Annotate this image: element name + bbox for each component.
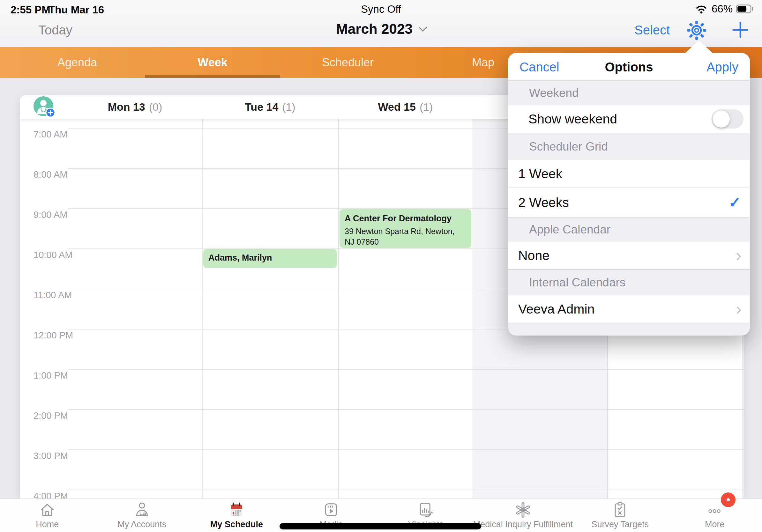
gear-icon[interactable] [687,21,707,40]
sync-status: Sync Off [0,3,762,15]
grid-vline [202,119,203,499]
time-label: 2:00 PM [34,411,81,421]
time-label: 7:00 AM [34,129,81,140]
month-label: March 2023 [336,21,413,37]
accounts-icon [132,501,152,519]
battery-percent: 66% [712,3,733,15]
tabbar-item-medical-inquiry[interactable]: Medical Inquiry Fulfillment [473,499,573,532]
add-attendee-avatar-button[interactable] [33,96,55,118]
wifi-icon [694,3,708,15]
option-2-weeks[interactable]: 2 Weeks ✓ [508,188,750,218]
grid-hline [68,369,743,370]
chevron-down-icon [418,23,427,32]
apply-button[interactable]: Apply [707,53,738,81]
medical-inquiry-icon [513,501,533,519]
grid-hline [68,490,743,490]
event-address: 39 Newton Sparta Rd, Newton, NJ 07860 [344,226,466,247]
top-bar: 2:55 PM Thu Mar 16 Sync Off 66% Today Ma… [0,0,762,47]
more-icon [705,501,724,519]
time-label: 1:00 PM [34,370,81,381]
event-title: A Center For Dermatology [344,213,466,224]
tab-agenda[interactable]: Agenda [10,47,145,78]
calendar-event-adams[interactable]: Adams, Marilyn [203,249,337,268]
show-weekend-toggle[interactable] [712,109,743,129]
tabbar-item-my-schedule[interactable]: My Schedule [189,499,284,532]
day-header-mon[interactable]: Mon 13 (0) [68,95,202,119]
time-label: 8:00 AM [34,169,81,180]
tabbar-item-more[interactable]: More [667,499,762,532]
grid-hline [68,449,743,450]
event-title: Adams, Marilyn [208,252,332,263]
day-header-tue[interactable]: Tue 14 (1) [202,95,338,119]
tabbar-item-home[interactable]: Home [0,499,95,532]
time-label: 4:00 PM [34,491,81,499]
show-weekend-row: Show weekend [508,105,750,133]
media-icon [322,501,341,519]
home-icon [38,501,57,519]
day-header-wed[interactable]: Wed 15 (1) [338,95,473,119]
tabbar-item-survey-targets[interactable]: Survey Targets [573,499,667,532]
tabbar-item-my-accounts[interactable]: My Accounts [95,499,190,532]
option-1-week[interactable]: 1 Week [508,160,750,188]
home-indicator[interactable] [279,523,481,529]
status-right-cluster: 66% [694,3,755,15]
popover-arrow [685,40,713,53]
today-button[interactable]: Today [38,23,72,37]
internal-calendar-row[interactable]: Veeva Admin › [508,295,750,323]
select-button[interactable]: Select [634,23,670,37]
grid-hline [68,409,743,410]
time-label: 11:00 AM [34,290,81,300]
time-label: 9:00 AM [34,210,81,220]
time-label: 10:00 AM [34,250,81,260]
battery-icon [736,4,755,14]
time-label: 12:00 PM [34,330,81,341]
add-activity-button[interactable] [731,21,750,39]
survey-targets-icon [610,501,630,519]
section-header-weekend: Weekend [508,81,750,105]
section-header-scheduler-grid: Scheduler Grid [508,133,750,160]
schedule-icon [227,501,246,519]
month-selector[interactable]: March 2023 [336,21,426,37]
chevron-right-icon: › [736,302,741,316]
calendar-event-dermatology[interactable]: A Center For Dermatology 39 Newton Spart… [340,209,471,248]
show-weekend-label: Show weekend [528,112,617,127]
section-header-internal-calendars: Internal Calendars [508,270,750,295]
time-label: 3:00 PM [34,451,81,461]
section-header-apple-calendar: Apple Calendar [508,218,750,242]
notification-badge [721,493,735,507]
chevron-right-icon: › [736,248,741,262]
grid-vline [338,119,339,499]
tab-week[interactable]: Week [145,47,280,78]
popover-header: Cancel Options Apply [508,53,750,81]
vinsights-icon [417,501,435,519]
active-tab-underline [145,75,280,78]
apple-calendar-row[interactable]: None › [508,242,750,270]
checkmark-icon: ✓ [728,194,741,211]
tab-scheduler[interactable]: Scheduler [280,47,416,78]
grid-vline [473,119,473,499]
options-popover: Cancel Options Apply Weekend Show weeken… [508,53,750,336]
